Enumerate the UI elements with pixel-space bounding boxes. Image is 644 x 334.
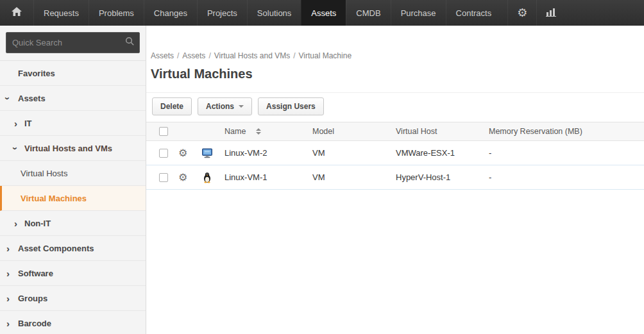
page-title: Virtual Machines <box>151 67 644 81</box>
sort-icon[interactable] <box>256 128 261 135</box>
nav-item-solutions[interactable]: Solutions <box>247 0 301 26</box>
actions-dropdown-button[interactable]: Actions <box>198 97 252 115</box>
nav-item-purchase[interactable]: Purchase <box>391 0 446 26</box>
assign-users-button[interactable]: Assign Users <box>258 97 324 115</box>
chevron-right-icon <box>14 111 17 135</box>
table-row: ⚙ Linux-VM-1 VM HyperV-Host-1 - <box>146 165 644 190</box>
sidebar-item-label: Assets <box>18 94 46 103</box>
column-header-name[interactable]: Name <box>225 127 312 136</box>
sidebar-item-asset-components[interactable]: Asset Components <box>0 236 146 261</box>
sidebar-item-groups[interactable]: Groups <box>0 286 146 311</box>
breadcrumb: Assets/Assets/Virtual Hosts and VMs/Virt… <box>151 51 644 60</box>
home-icon <box>12 7 22 19</box>
sidebar-item-label: Non-IT <box>24 219 51 228</box>
breadcrumb-separator: / <box>208 51 210 60</box>
assign-users-button-label: Assign Users <box>266 102 316 111</box>
workstation-icon <box>201 147 213 159</box>
sidebar-item-virtual-hosts-and-vms[interactable]: Virtual Hosts and VMs <box>0 136 146 161</box>
sidebar-item-non-it[interactable]: Non-IT <box>0 211 146 236</box>
nav-item-cmdb[interactable]: CMDB <box>346 0 390 26</box>
column-header-model[interactable]: Model <box>312 127 396 136</box>
breadcrumb-current: Virtual Machine <box>299 51 352 60</box>
main-content: Assets/Assets/Virtual Hosts and VMs/Virt… <box>146 26 644 334</box>
breadcrumb-link[interactable]: Assets <box>182 51 205 60</box>
delete-button[interactable]: Delete <box>152 97 192 115</box>
nav-reports-button[interactable] <box>536 0 565 26</box>
sidebar-item-software[interactable]: Software <box>0 261 146 286</box>
nav-item-requests[interactable]: Requests <box>33 0 89 26</box>
nav-item-changes[interactable]: Changes <box>144 0 197 26</box>
vm-memory-reservation: - <box>489 148 644 158</box>
vm-name-link[interactable]: Linux-VM-2 <box>225 148 267 158</box>
quick-search-input[interactable] <box>12 38 125 47</box>
sidebar-item-label: Virtual Machines <box>21 194 87 203</box>
nav-item-home[interactable] <box>0 0 33 26</box>
toolbar: Delete Actions Assign Users <box>152 97 644 115</box>
row-gear-icon[interactable]: ⚙ <box>178 172 187 183</box>
sidebar-item-label: Groups <box>18 294 47 303</box>
nav-item-contracts[interactable]: Contracts <box>446 0 502 26</box>
breadcrumb-link[interactable]: Assets <box>151 51 174 60</box>
nav-item-assets[interactable]: Assets <box>301 0 346 26</box>
caret-down-icon <box>239 105 244 108</box>
chevron-down-icon <box>14 136 17 160</box>
sidebar-item-label: Asset Components <box>18 244 94 253</box>
vm-name-link[interactable]: Linux-VM-1 <box>225 172 267 182</box>
nav-item-problems[interactable]: Problems <box>89 0 144 26</box>
sidebar-item-label: IT <box>24 119 32 128</box>
chevron-right-icon <box>6 236 10 260</box>
row-gear-icon[interactable]: ⚙ <box>178 148 187 158</box>
column-header-virtual-host[interactable]: Virtual Host <box>396 127 489 136</box>
sidebar-item-label: Barcode <box>18 319 51 328</box>
vm-memory-reservation: - <box>489 172 644 182</box>
sidebar-item-barcode[interactable]: Barcode <box>0 311 146 334</box>
sidebar-item-virtual-hosts[interactable]: Virtual Hosts <box>0 161 146 186</box>
chevron-right-icon <box>6 311 10 334</box>
quick-search-box <box>6 32 140 53</box>
vm-model: VM <box>312 148 396 158</box>
linux-penguin-icon <box>201 172 213 183</box>
search-icon <box>125 37 135 49</box>
chevron-right-icon <box>14 211 17 235</box>
column-header-memory-reservation[interactable]: Memory Reservation (MB) <box>489 127 644 136</box>
actions-button-label: Actions <box>206 102 234 111</box>
breadcrumb-link[interactable]: Virtual Hosts and VMs <box>214 51 291 60</box>
sidebar-item-it[interactable]: IT <box>0 111 146 136</box>
virtual-machines-table: Name Model Virtual Host Memory Reservati… <box>146 122 644 190</box>
select-all-checkbox[interactable] <box>159 127 168 136</box>
delete-button-label: Delete <box>160 102 183 111</box>
row-checkbox[interactable] <box>159 173 168 182</box>
sidebar-item-assets[interactable]: Assets <box>0 86 146 111</box>
vm-virtual-host: HyperV-Host-1 <box>396 172 489 182</box>
sidebar-item-label: Virtual Hosts and VMs <box>24 144 112 153</box>
sidebar-search-section <box>0 26 146 61</box>
chevron-down-icon <box>6 86 10 110</box>
sidebar-item-label: Favorites <box>18 69 55 78</box>
toolbar-divider <box>146 92 644 93</box>
sidebar: Favorites Assets IT Virtual Hosts and VM… <box>0 26 146 334</box>
sidebar-item-virtual-machines[interactable]: Virtual Machines <box>0 186 146 211</box>
chevron-right-icon <box>6 261 10 285</box>
sidebar-item-label: Software <box>18 269 53 278</box>
vm-virtual-host: VMWare-ESX-1 <box>396 148 489 158</box>
table-row: ⚙ Linux-VM-2 VM VMWare-ESX-1 - <box>146 141 644 165</box>
gear-icon: ⚙ <box>517 6 527 20</box>
nav-settings-button[interactable]: ⚙ <box>507 0 536 26</box>
sidebar-item-label: Virtual Hosts <box>21 169 67 178</box>
breadcrumb-separator: / <box>177 51 179 60</box>
vm-model: VM <box>312 172 396 182</box>
chevron-right-icon <box>6 286 10 310</box>
sidebar-item-favorites[interactable]: Favorites <box>0 61 146 86</box>
table-header-row: Name Model Virtual Host Memory Reservati… <box>146 122 644 141</box>
breadcrumb-separator: / <box>293 51 295 60</box>
nav-item-projects[interactable]: Projects <box>197 0 247 26</box>
bar-chart-icon <box>546 8 556 19</box>
row-checkbox[interactable] <box>159 149 168 158</box>
top-navigation: Requests Problems Changes Projects Solut… <box>0 0 644 26</box>
